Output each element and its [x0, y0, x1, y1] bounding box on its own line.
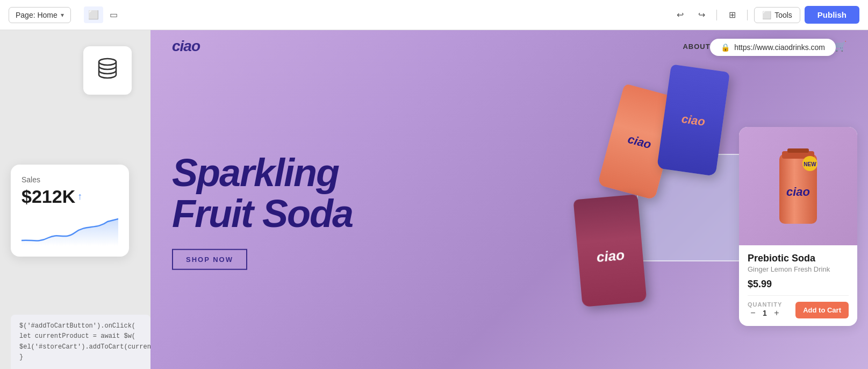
code-panel: $('#addToCartButton').onClick( let curre… [11, 315, 150, 369]
sales-value: $212K ↑ [21, 186, 118, 207]
hero-title-line2: Fruit Soda [172, 193, 353, 234]
product-name: Prebiotic Soda [748, 253, 849, 264]
canvas-area: ciao ABOUT SHOP BLOG ⌕ 👤 🛒 Sparkling Fru… [150, 30, 868, 369]
hero-title: Sparkling Fruit Soda [172, 153, 353, 234]
quantity-label: QUANTITY [748, 301, 782, 308]
can-maroon [573, 194, 647, 307]
tools-icon: ⬜ [762, 11, 771, 19]
svg-text:NEW: NEW [804, 161, 816, 167]
publish-label: Publish [817, 10, 847, 19]
cart-icon[interactable]: 🛒 [835, 40, 847, 52]
code-line-4: } [19, 352, 142, 363]
device-buttons: ⬜ ▭ [84, 6, 122, 23]
hero-cta-label: SHOP NOW [186, 256, 233, 264]
toolbar: Page: Home ▾ ⬜ ▭ ↩ ↪ ⊞ ⬜ Tools Publish [0, 0, 868, 30]
hero-title-line1: Sparkling [172, 153, 353, 194]
code-line-2: let currentProduct = await $w( [19, 331, 142, 342]
sales-amount: $212K [21, 186, 75, 207]
sales-chart [21, 214, 118, 246]
lock-icon: 🔒 [721, 43, 730, 52]
product-card: NEW ciao Prebiotic Soda Ginger Lemon Fre… [739, 127, 857, 326]
undo-icon: ↩ [677, 10, 684, 20]
tools-label: Tools [774, 11, 792, 19]
separator [716, 10, 717, 20]
url-text: https://www.ciaodrinks.com [734, 43, 825, 52]
product-info: Prebiotic Soda Ginger Lemon Fresh Drink … [739, 245, 857, 326]
plus-icon: + [774, 308, 779, 318]
product-quantity-row: QUANTITY − 1 + Add to Cart [748, 295, 849, 318]
product-description: Ginger Lemon Fresh Drink [748, 265, 849, 273]
nav-link-about[interactable]: ABOUT [683, 42, 710, 51]
site-logo: ciao [172, 38, 200, 55]
sales-label: Sales [21, 175, 118, 184]
toolbar-center: ↩ ↪ ⊞ ⬜ Tools Publish [671, 6, 859, 24]
quantity-controls: − 1 + [748, 308, 782, 318]
separator-2 [747, 10, 748, 20]
quantity-value: 1 [763, 309, 767, 317]
add-to-cart-button[interactable]: Add to Cart [795, 302, 849, 318]
toolbar-left: Page: Home ▾ ⬜ ▭ [9, 6, 665, 23]
svg-text:ciao: ciao [786, 185, 810, 198]
svg-point-0 [99, 59, 116, 65]
minus-icon: − [750, 308, 755, 318]
tools-button[interactable]: ⬜ Tools [754, 7, 800, 23]
product-price: $5.99 [748, 279, 849, 290]
svg-rect-3 [787, 148, 809, 153]
redo-button[interactable]: ↪ [693, 6, 710, 24]
product-can-image: NEW ciao [771, 143, 825, 229]
quantity-decrease-button[interactable]: − [748, 308, 758, 318]
chevron-down-icon: ▾ [61, 11, 64, 19]
sales-trend-icon: ↑ [77, 191, 82, 202]
db-icon-card[interactable] [83, 46, 132, 95]
hero-text: Sparkling Fruit Soda SHOP NOW [172, 153, 353, 270]
code-line-1: $('#addToCartButton').onClick( [19, 321, 142, 331]
mobile-view-button[interactable]: ▭ [105, 6, 122, 23]
desktop-view-button[interactable]: ⬜ [84, 6, 103, 23]
product-image: NEW ciao [739, 127, 857, 245]
quantity-increase-button[interactable]: + [771, 308, 782, 318]
page-selector[interactable]: Page: Home ▾ [9, 7, 71, 23]
add-to-cart-label: Add to Cart [803, 306, 841, 314]
database-icon [95, 55, 120, 86]
desktop-icon: ⬜ [88, 10, 99, 19]
undo-button[interactable]: ↩ [671, 6, 688, 24]
code-line-3: $el('#storeCart').addToCart(currentProdu… [19, 342, 142, 352]
publish-button[interactable]: Publish [805, 6, 859, 24]
page-selector-label: Page: Home [16, 11, 58, 19]
layout-button[interactable]: ⊞ [723, 6, 741, 24]
left-sidebar: Sales $212K ↑ $('#addToCartButton').onCl… [0, 30, 150, 369]
sales-card: Sales $212K ↑ [11, 165, 129, 257]
redo-icon: ↪ [698, 10, 705, 20]
layout-icon: ⊞ [729, 10, 736, 20]
quantity-section: QUANTITY − 1 + [748, 301, 782, 318]
mobile-icon: ▭ [110, 10, 118, 19]
hero-cta-button[interactable]: SHOP NOW [172, 249, 247, 270]
url-bar: 🔒 https://www.ciaodrinks.com [710, 39, 836, 56]
